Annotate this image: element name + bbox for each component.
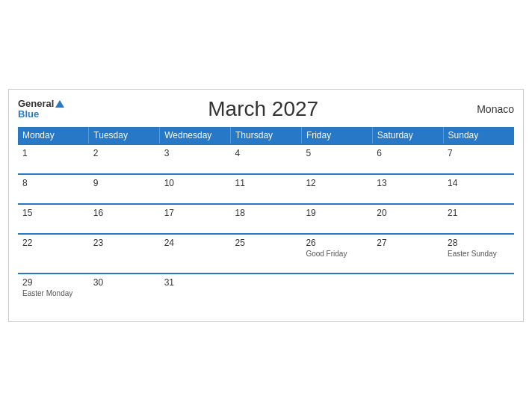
day-number: 5: [306, 148, 368, 158]
calendar-cell: 24: [160, 234, 231, 274]
calendar-cell: 21: [443, 204, 514, 234]
calendar-cell: 10: [160, 174, 231, 204]
calendar-body: 1234567891011121314151617181920212223242…: [18, 144, 514, 312]
calendar-cell: 2: [89, 144, 160, 174]
calendar-cell: 31: [160, 274, 231, 312]
week-row-1: 1234567: [18, 144, 514, 174]
calendar-cell: 8: [18, 174, 89, 204]
day-number: 12: [306, 178, 368, 188]
day-number: 24: [164, 238, 226, 248]
calendar-cell: 15: [18, 204, 89, 234]
weekday-header-row: Monday Tuesday Wednesday Thursday Friday…: [18, 127, 514, 144]
day-number: 29: [22, 277, 84, 288]
calendar-cell: 23: [89, 234, 160, 274]
calendar-cell: 4: [231, 144, 302, 174]
day-number: 3: [164, 148, 226, 158]
event-label: Easter Monday: [22, 289, 84, 297]
day-number: 26: [306, 238, 368, 248]
logo-triangle-icon: [55, 100, 64, 108]
calendar-container: General Blue March 2027 Monaco Monday Tu…: [8, 89, 524, 322]
day-number: 25: [235, 238, 297, 248]
day-number: 15: [22, 208, 84, 218]
day-number: 27: [377, 238, 439, 248]
logo: General Blue: [18, 99, 64, 120]
col-thursday: Thursday: [231, 127, 302, 144]
day-number: 18: [235, 208, 297, 218]
event-label: Easter Sunday: [448, 250, 510, 258]
day-number: 4: [235, 148, 297, 158]
day-number: 30: [93, 277, 155, 288]
col-friday: Friday: [301, 127, 372, 144]
week-row-2: 891011121314: [18, 174, 514, 204]
calendar-cell: 26Good Friday: [301, 234, 372, 274]
calendar-cell: 3: [160, 144, 231, 174]
day-number: 20: [377, 208, 439, 218]
day-number: 22: [22, 238, 84, 248]
calendar-cell: 5: [301, 144, 372, 174]
col-saturday: Saturday: [372, 127, 443, 144]
calendar-cell: 17: [160, 204, 231, 234]
calendar-cell: 25: [231, 234, 302, 274]
day-number: 8: [22, 178, 84, 188]
col-monday: Monday: [18, 127, 89, 144]
calendar-cell: 28Easter Sunday: [443, 234, 514, 274]
col-tuesday: Tuesday: [89, 127, 160, 144]
day-number: 2: [93, 148, 155, 158]
day-number: 9: [93, 178, 155, 188]
calendar-cell: 14: [443, 174, 514, 204]
day-number: 11: [235, 178, 297, 188]
calendar-cell: 6: [372, 144, 443, 174]
calendar-cell: 27: [372, 234, 443, 274]
calendar-cell: 30: [89, 274, 160, 312]
calendar-cell: [231, 274, 302, 312]
calendar-cell: 20: [372, 204, 443, 234]
calendar-header-row: Monday Tuesday Wednesday Thursday Friday…: [18, 127, 514, 144]
calendar-cell: [301, 274, 372, 312]
calendar-title: March 2027: [64, 97, 462, 121]
day-number: 14: [448, 178, 510, 188]
calendar-cell: 9: [89, 174, 160, 204]
calendar-cell: 13: [372, 174, 443, 204]
day-number: 13: [377, 178, 439, 188]
calendar-cell: 7: [443, 144, 514, 174]
day-number: 6: [377, 148, 439, 158]
calendar-cell: 19: [301, 204, 372, 234]
day-number: 17: [164, 208, 226, 218]
country-label: Monaco: [462, 103, 514, 115]
week-row-5: 29Easter Monday3031: [18, 274, 514, 312]
calendar-cell: 11: [231, 174, 302, 204]
calendar-header: General Blue March 2027 Monaco: [18, 97, 514, 121]
day-number: 28: [448, 238, 510, 248]
calendar-cell: 18: [231, 204, 302, 234]
event-label: Good Friday: [306, 250, 368, 258]
calendar-cell: 22: [18, 234, 89, 274]
day-number: 19: [306, 208, 368, 218]
logo-blue-text: Blue: [18, 109, 39, 120]
calendar-cell: 12: [301, 174, 372, 204]
col-wednesday: Wednesday: [160, 127, 231, 144]
day-number: 1: [22, 148, 84, 158]
calendar-cell: [443, 274, 514, 312]
calendar-cell: 1: [18, 144, 89, 174]
calendar-table: Monday Tuesday Wednesday Thursday Friday…: [18, 127, 514, 312]
col-sunday: Sunday: [443, 127, 514, 144]
calendar-cell: 16: [89, 204, 160, 234]
day-number: 7: [448, 148, 510, 158]
week-row-3: 15161718192021: [18, 204, 514, 234]
day-number: 10: [164, 178, 226, 188]
day-number: 16: [93, 208, 155, 218]
calendar-cell: 29Easter Monday: [18, 274, 89, 312]
day-number: 23: [93, 238, 155, 248]
day-number: 31: [164, 277, 226, 288]
calendar-cell: [372, 274, 443, 312]
day-number: 21: [448, 208, 510, 218]
week-row-4: 2223242526Good Friday2728Easter Sunday: [18, 234, 514, 274]
logo-general-text: General: [18, 99, 64, 109]
